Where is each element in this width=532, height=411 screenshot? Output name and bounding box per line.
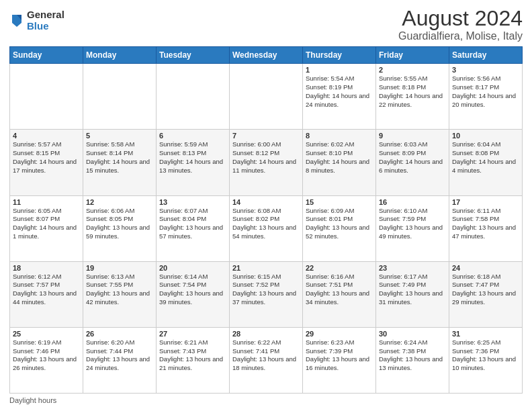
day-number: 9	[379, 132, 446, 140]
day-cell-27: 27Sunrise: 6:21 AM Sunset: 7:43 PM Dayli…	[157, 327, 230, 393]
logo: General Blue	[9, 9, 64, 32]
day-headers-row: SundayMondayTuesdayWednesdayThursdayFrid…	[10, 47, 523, 64]
day-cell-28: 28Sunrise: 6:22 AM Sunset: 7:41 PM Dayli…	[230, 327, 303, 393]
calendar-title: August 2024	[398, 7, 523, 30]
day-cell-15: 15Sunrise: 6:09 AM Sunset: 8:01 PM Dayli…	[303, 195, 376, 261]
day-cell-18: 18Sunrise: 6:12 AM Sunset: 7:57 PM Dayli…	[10, 261, 83, 327]
day-number: 11	[13, 198, 80, 206]
day-cell-22: 22Sunrise: 6:16 AM Sunset: 7:51 PM Dayli…	[303, 261, 376, 327]
day-info: Sunrise: 6:05 AM Sunset: 8:07 PM Dayligh…	[13, 207, 80, 241]
day-number: 27	[159, 330, 226, 338]
day-header-tuesday: Tuesday	[157, 47, 230, 64]
day-info: Sunrise: 5:58 AM Sunset: 8:14 PM Dayligh…	[86, 140, 153, 175]
day-cell-8: 8Sunrise: 6:02 AM Sunset: 8:10 PM Daylig…	[303, 130, 376, 195]
day-info: Sunrise: 6:24 AM Sunset: 7:38 PM Dayligh…	[379, 338, 446, 373]
logo-general: General	[27, 9, 64, 21]
page: General Blue August 2024 Guardialfiera, …	[0, 0, 532, 411]
day-info: Sunrise: 5:57 AM Sunset: 8:15 PM Dayligh…	[13, 140, 80, 175]
day-number: 8	[306, 132, 373, 140]
day-number: 13	[159, 198, 226, 206]
logo-icon	[11, 13, 23, 28]
day-number: 20	[159, 264, 226, 272]
day-cell-26: 26Sunrise: 6:20 AM Sunset: 7:44 PM Dayli…	[83, 327, 157, 393]
week-row-2: 4Sunrise: 5:57 AM Sunset: 8:15 PM Daylig…	[10, 130, 523, 195]
day-number: 7	[232, 132, 300, 140]
day-cell-30: 30Sunrise: 6:24 AM Sunset: 7:38 PM Dayli…	[376, 327, 449, 393]
day-number: 6	[159, 132, 226, 140]
week-row-1: 1Sunrise: 5:54 AM Sunset: 8:19 PM Daylig…	[10, 64, 523, 130]
footer: Daylight hours	[9, 396, 523, 404]
day-info: Sunrise: 6:23 AM Sunset: 7:39 PM Dayligh…	[306, 338, 373, 373]
day-cell-6: 6Sunrise: 5:59 AM Sunset: 8:13 PM Daylig…	[157, 130, 230, 195]
day-number: 18	[13, 264, 80, 272]
day-info: Sunrise: 6:08 AM Sunset: 8:02 PM Dayligh…	[232, 207, 300, 241]
day-info: Sunrise: 6:17 AM Sunset: 7:49 PM Dayligh…	[379, 273, 446, 307]
day-info: Sunrise: 5:56 AM Sunset: 8:17 PM Dayligh…	[452, 75, 519, 109]
day-info: Sunrise: 6:14 AM Sunset: 7:54 PM Dayligh…	[159, 273, 226, 307]
day-info: Sunrise: 6:16 AM Sunset: 7:51 PM Dayligh…	[306, 273, 373, 307]
logo-text: General Blue	[27, 9, 64, 32]
day-info: Sunrise: 6:19 AM Sunset: 7:46 PM Dayligh…	[13, 338, 80, 373]
day-cell-19: 19Sunrise: 6:13 AM Sunset: 7:55 PM Dayli…	[83, 261, 157, 327]
day-info: Sunrise: 5:54 AM Sunset: 8:19 PM Dayligh…	[306, 75, 373, 109]
day-info: Sunrise: 6:20 AM Sunset: 7:44 PM Dayligh…	[86, 338, 153, 373]
day-cell-10: 10Sunrise: 6:04 AM Sunset: 8:08 PM Dayli…	[449, 130, 523, 195]
day-cell-16: 16Sunrise: 6:10 AM Sunset: 7:59 PM Dayli…	[376, 195, 449, 261]
day-number: 31	[452, 330, 519, 338]
day-number: 30	[379, 330, 446, 338]
calendar-table: SundayMondayTuesdayWednesdayThursdayFrid…	[9, 46, 523, 394]
day-number: 12	[86, 198, 153, 206]
day-number: 28	[232, 330, 300, 338]
week-row-5: 25Sunrise: 6:19 AM Sunset: 7:46 PM Dayli…	[10, 327, 523, 393]
day-info: Sunrise: 6:22 AM Sunset: 7:41 PM Dayligh…	[232, 338, 300, 373]
header: General Blue August 2024 Guardialfiera, …	[9, 7, 523, 42]
day-number: 4	[13, 132, 80, 140]
calendar-body: 1Sunrise: 5:54 AM Sunset: 8:19 PM Daylig…	[10, 64, 523, 394]
day-number: 5	[86, 132, 153, 140]
day-number: 17	[452, 198, 519, 206]
day-header-thursday: Thursday	[303, 47, 376, 64]
day-info: Sunrise: 6:18 AM Sunset: 7:47 PM Dayligh…	[452, 273, 519, 307]
day-header-sunday: Sunday	[10, 47, 83, 64]
day-number: 21	[232, 264, 300, 272]
day-cell-24: 24Sunrise: 6:18 AM Sunset: 7:47 PM Dayli…	[449, 261, 523, 327]
day-cell-5: 5Sunrise: 5:58 AM Sunset: 8:14 PM Daylig…	[83, 130, 157, 195]
day-cell-12: 12Sunrise: 6:06 AM Sunset: 8:05 PM Dayli…	[83, 195, 157, 261]
day-cell-29: 29Sunrise: 6:23 AM Sunset: 7:39 PM Dayli…	[303, 327, 376, 393]
day-info: Sunrise: 6:25 AM Sunset: 7:36 PM Dayligh…	[452, 338, 519, 373]
day-header-friday: Friday	[376, 47, 449, 64]
day-cell-14: 14Sunrise: 6:08 AM Sunset: 8:02 PM Dayli…	[230, 195, 303, 261]
day-number: 24	[452, 264, 519, 272]
day-number: 22	[306, 264, 373, 272]
day-info: Sunrise: 6:02 AM Sunset: 8:10 PM Dayligh…	[306, 140, 373, 175]
day-info: Sunrise: 6:15 AM Sunset: 7:52 PM Dayligh…	[232, 273, 300, 307]
day-number: 19	[86, 264, 153, 272]
day-number: 25	[13, 330, 80, 338]
day-info: Sunrise: 6:06 AM Sunset: 8:05 PM Dayligh…	[86, 207, 153, 241]
day-cell-13: 13Sunrise: 6:07 AM Sunset: 8:04 PM Dayli…	[157, 195, 230, 261]
title-block: August 2024 Guardialfiera, Molise, Italy	[398, 7, 523, 42]
empty-cell	[230, 64, 303, 130]
day-info: Sunrise: 6:11 AM Sunset: 7:58 PM Dayligh…	[452, 207, 519, 241]
day-number: 14	[232, 198, 300, 206]
week-row-4: 18Sunrise: 6:12 AM Sunset: 7:57 PM Dayli…	[10, 261, 523, 327]
day-cell-3: 3Sunrise: 5:56 AM Sunset: 8:17 PM Daylig…	[449, 64, 523, 130]
day-info: Sunrise: 6:00 AM Sunset: 8:12 PM Dayligh…	[232, 140, 300, 175]
day-cell-11: 11Sunrise: 6:05 AM Sunset: 8:07 PM Dayli…	[10, 195, 83, 261]
day-number: 23	[379, 264, 446, 272]
day-cell-7: 7Sunrise: 6:00 AM Sunset: 8:12 PM Daylig…	[230, 130, 303, 195]
day-number: 15	[306, 198, 373, 206]
day-cell-17: 17Sunrise: 6:11 AM Sunset: 7:58 PM Dayli…	[449, 195, 523, 261]
day-cell-1: 1Sunrise: 5:54 AM Sunset: 8:19 PM Daylig…	[303, 64, 376, 130]
day-cell-20: 20Sunrise: 6:14 AM Sunset: 7:54 PM Dayli…	[157, 261, 230, 327]
day-cell-25: 25Sunrise: 6:19 AM Sunset: 7:46 PM Dayli…	[10, 327, 83, 393]
day-info: Sunrise: 6:21 AM Sunset: 7:43 PM Dayligh…	[159, 338, 226, 373]
day-info: Sunrise: 6:12 AM Sunset: 7:57 PM Dayligh…	[13, 273, 80, 307]
day-number: 10	[452, 132, 519, 140]
day-number: 29	[306, 330, 373, 338]
day-cell-21: 21Sunrise: 6:15 AM Sunset: 7:52 PM Dayli…	[230, 261, 303, 327]
calendar-header: SundayMondayTuesdayWednesdayThursdayFrid…	[10, 47, 523, 64]
day-cell-4: 4Sunrise: 5:57 AM Sunset: 8:15 PM Daylig…	[10, 130, 83, 195]
day-header-wednesday: Wednesday	[230, 47, 303, 64]
day-info: Sunrise: 6:13 AM Sunset: 7:55 PM Dayligh…	[86, 273, 153, 307]
